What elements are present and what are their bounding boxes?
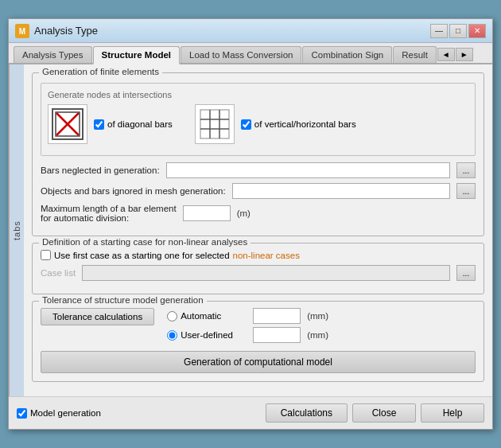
generation-group-title: Generation of finite elements — [39, 67, 162, 76]
nonlinear-text: Use first case as a starting one for sel… — [54, 251, 230, 260]
app-icon: M — [15, 24, 29, 38]
objects-ignored-browse[interactable]: ... — [456, 183, 476, 199]
tab-result[interactable]: Result — [393, 46, 437, 63]
intersections-subgroup: Generate nodes at intersections — [41, 83, 476, 156]
max-length-input[interactable]: 0.2 — [183, 205, 231, 221]
vertical-label: of vertical/horizontal bars — [254, 119, 356, 129]
generation-group: Generation of finite elements Generate n… — [32, 72, 484, 236]
model-gen-label: Model generation — [30, 408, 101, 418]
svg-text:M: M — [19, 27, 25, 36]
tab-combination-sign[interactable]: Combination Sign — [302, 46, 392, 63]
tolerance-group: Tolerance of structure model generation … — [32, 301, 484, 382]
close-button[interactable]: Close — [352, 403, 416, 423]
nonlinear-highlight: non-linear cases — [233, 251, 300, 260]
automatic-unit: (mm) — [307, 311, 328, 321]
grid-icon — [200, 109, 230, 139]
case-list-browse[interactable]: ... — [456, 265, 476, 281]
title-bar: M Analysis Type — □ ✕ — [9, 19, 492, 43]
bars-neglected-browse[interactable]: ... — [456, 162, 476, 178]
automatic-label: Automatic — [181, 311, 221, 321]
user-defined-radio[interactable] — [167, 330, 177, 341]
footer: Model generation Calculations Close Help — [9, 396, 492, 429]
tab-structure-model[interactable]: Structure Model — [93, 46, 181, 64]
tab-load-to-mass[interactable]: Load to Mass Conversion — [181, 46, 301, 63]
user-defined-radio-label[interactable]: User-defined — [167, 330, 247, 341]
automatic-value-input[interactable]: 0.1 — [253, 308, 301, 324]
tab-nav-left[interactable]: ◄ — [437, 48, 455, 61]
side-tabs-label: tabs — [9, 64, 24, 396]
diagonal-checkbox[interactable] — [94, 119, 104, 130]
user-defined-row: User-defined 0.001 (mm) — [167, 327, 328, 343]
intersections-title: Generate nodes at intersections — [48, 90, 468, 99]
tolerance-group-title: Tolerance of structure model generation — [39, 295, 207, 305]
nonlinear-checkbox-row: Use first case as a starting one for sel… — [41, 250, 476, 260]
case-list-row: Case list ... — [41, 265, 476, 281]
maximize-button[interactable]: □ — [449, 24, 467, 38]
footer-left: Model generation — [17, 408, 101, 419]
diagonal-icon-box — [48, 104, 87, 144]
diagonal-icon — [52, 108, 84, 140]
gen-model-button[interactable]: Generation of computational model — [41, 351, 476, 373]
bars-neglected-input[interactable] — [166, 162, 450, 178]
tolerance-calculations-button[interactable]: Tolerance calculations — [41, 308, 154, 325]
footer-buttons: Calculations Close Help — [266, 403, 484, 423]
user-defined-label: User-defined — [181, 330, 233, 340]
max-length-label: Maximum length of a bar element for auto… — [41, 204, 177, 223]
objects-ignored-row: Objects and bars ignored in mesh generat… — [41, 183, 476, 199]
tabs-bar: Analysis Types Structure Model Load to M… — [9, 43, 492, 64]
tolerance-radios: Automatic 0.1 (mm) User-defined 0.001 ( — [167, 308, 328, 346]
window-title: Analysis Type — [34, 25, 98, 37]
calculations-button[interactable]: Calculations — [266, 403, 348, 423]
help-button[interactable]: Help — [421, 403, 484, 423]
user-defined-unit: (mm) — [307, 330, 328, 340]
max-length-row: Maximum length of a bar element for auto… — [41, 204, 476, 223]
user-defined-value-input[interactable]: 0.001 — [253, 327, 301, 343]
nonlinear-group: Definition of a starting case for non-li… — [32, 243, 484, 294]
automatic-radio[interactable] — [167, 311, 177, 321]
close-window-button[interactable]: ✕ — [468, 24, 486, 38]
bars-neglected-row: Bars neglected in generation: ... — [41, 162, 476, 178]
bars-neglected-label: Bars neglected in generation: — [41, 166, 160, 175]
nonlinear-checkbox-label[interactable]: Use first case as a starting one for sel… — [41, 250, 300, 260]
max-length-unit: (m) — [237, 208, 250, 218]
objects-ignored-label: Objects and bars ignored in mesh generat… — [41, 186, 226, 196]
svg-rect-6 — [200, 110, 229, 138]
tolerance-content: Tolerance calculations Automatic 0.1 (mm… — [41, 308, 476, 346]
minimize-button[interactable]: — — [430, 24, 448, 38]
model-gen-checkbox[interactable] — [17, 408, 27, 419]
grid-icon-box — [195, 104, 235, 144]
checkboxes-row: of diagonal bars — [48, 104, 468, 144]
nonlinear-group-title: Definition of a starting case for non-li… — [39, 237, 250, 247]
automatic-row: Automatic 0.1 (mm) — [167, 308, 328, 324]
tab-analysis-types[interactable]: Analysis Types — [14, 46, 92, 63]
objects-ignored-input[interactable] — [232, 183, 450, 199]
vertical-checkbox-label[interactable]: of vertical/horizontal bars — [241, 119, 356, 130]
window-controls: — □ ✕ — [430, 24, 486, 38]
case-list-input[interactable] — [82, 265, 450, 281]
case-list-label: Case list — [41, 268, 76, 278]
automatic-radio-label[interactable]: Automatic — [167, 311, 247, 321]
diagonal-checkbox-label[interactable]: of diagonal bars — [94, 119, 173, 130]
nonlinear-checkbox[interactable] — [41, 250, 51, 260]
vertical-checkbox[interactable] — [241, 119, 251, 130]
diagonal-label: of diagonal bars — [107, 119, 173, 129]
tab-nav-right[interactable]: ► — [456, 48, 473, 61]
model-gen-checkbox-label[interactable]: Model generation — [17, 408, 101, 419]
